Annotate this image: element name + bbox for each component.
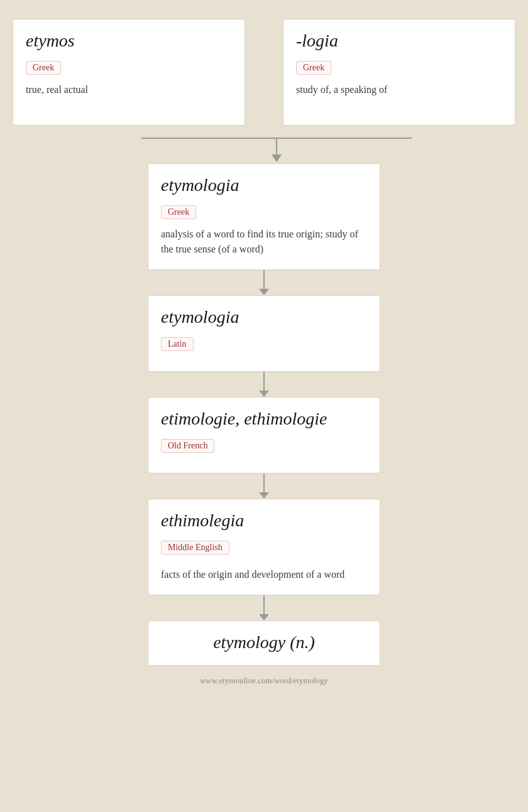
etymologia-greek-title: etymologia xyxy=(161,175,367,195)
logia-badge: Greek xyxy=(296,61,331,75)
top-connector-svg xyxy=(13,126,515,163)
arrowhead3 xyxy=(259,492,269,499)
etymos-badge: Greek xyxy=(26,61,61,75)
arrowhead4 xyxy=(259,614,269,620)
etimologie-title: etimologie, ethimologie xyxy=(161,409,367,429)
etymologia-latin-badge: Latin xyxy=(161,337,194,351)
logia-card: -logia Greek study of, a speaking of xyxy=(283,19,515,126)
arrowhead1 xyxy=(259,289,269,295)
etymologia-latin-title: etymologia xyxy=(161,307,367,327)
arrow2 xyxy=(259,372,269,397)
etymologia-greek-description: analysis of a word to find its true orig… xyxy=(161,227,367,257)
footer-url: www.etymonline.com/word/etymology xyxy=(13,676,515,686)
etymologia-greek-section: etymologia Greek analysis of a word to f… xyxy=(13,163,515,666)
etymology-title: etymology (n.) xyxy=(161,632,367,652)
etymos-card: etymos Greek true, real actual xyxy=(13,19,245,126)
etymos-title: etymos xyxy=(26,31,232,51)
arrowhead2 xyxy=(259,391,269,397)
etimologie-card: etimologie, ethimologie Old French xyxy=(148,397,380,474)
svg-marker-2 xyxy=(272,154,282,162)
top-row: etymos Greek true, real actual -logia Gr… xyxy=(13,19,515,126)
etimologie-badge: Old French xyxy=(161,439,214,453)
arrow4 xyxy=(259,595,269,620)
arrow3 xyxy=(259,474,269,499)
etymologia-latin-card: etymologia Latin xyxy=(148,295,380,372)
arrow1 xyxy=(259,270,269,295)
ethimolegia-title: ethimolegia xyxy=(161,511,367,531)
ethimolegia-card: ethimolegia Middle English facts of the … xyxy=(148,499,380,595)
etymos-description: true, real actual xyxy=(26,82,232,97)
logia-description: study of, a speaking of xyxy=(296,82,502,97)
vline2 xyxy=(263,372,265,391)
ethimolegia-badge: Middle English xyxy=(161,541,229,555)
etymologia-greek-badge: Greek xyxy=(161,205,196,219)
vline1 xyxy=(263,270,265,289)
ethimolegia-description: facts of the origin and development of a… xyxy=(161,567,367,582)
etymologia-greek-card: etymologia Greek analysis of a word to f… xyxy=(148,163,380,270)
vline3 xyxy=(263,474,265,492)
top-connector-area xyxy=(13,126,515,163)
logia-title: -logia xyxy=(296,31,502,51)
etymology-card: etymology (n.) xyxy=(148,620,380,666)
vline4 xyxy=(263,595,265,614)
